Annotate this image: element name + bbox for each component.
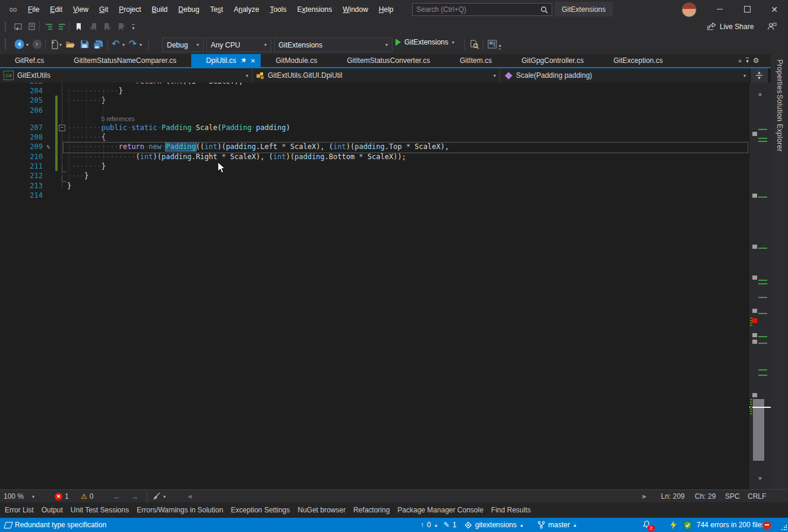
code-line[interactable]: 211········} <box>0 162 749 171</box>
menu-analyze[interactable]: Analyze <box>229 0 265 18</box>
tab-gitref-cs[interactable]: GitRef.cs <box>0 54 59 67</box>
navigate-forward-error-icon[interactable]: → <box>131 490 138 503</box>
menu-debug[interactable]: Debug <box>173 0 204 18</box>
code-text[interactable] <box>67 191 749 200</box>
navigate-forward-icon[interactable] <box>32 39 42 49</box>
panel-tab-package-manager-console[interactable]: Package Manager Console <box>397 505 483 515</box>
next-bookmark-icon[interactable] <box>102 21 112 31</box>
live-share-icon[interactable] <box>707 22 716 31</box>
panel-tab-exception-settings[interactable]: Exception Settings <box>231 505 290 515</box>
code-line[interactable]: 206 <box>0 106 749 115</box>
menu-help[interactable]: Help <box>374 0 399 18</box>
live-share-label[interactable]: Live Share <box>720 23 754 31</box>
search-input[interactable]: Search (Ctrl+Q) <box>412 3 552 16</box>
find-in-files-icon[interactable] <box>469 39 479 49</box>
code-text[interactable]: ········public·static·Padding·Scale(Padd… <box>67 123 749 132</box>
menu-build[interactable]: Build <box>147 0 173 18</box>
active-files-dropdown-icon[interactable]: ▾ <box>746 58 749 64</box>
status-message[interactable]: Redundant type specification <box>5 518 106 532</box>
maximize-button[interactable] <box>733 0 761 18</box>
column-indicator[interactable]: Ch: 29 <box>695 490 716 503</box>
code-text[interactable]: } <box>67 181 749 191</box>
code-line[interactable]: 205········} <box>0 96 749 105</box>
user-avatar[interactable] <box>682 2 697 17</box>
outgoing-commits-button[interactable]: ↑ 0 ▲ <box>420 518 438 532</box>
code-line[interactable]: 213} <box>0 181 749 191</box>
hscroll-right-icon[interactable]: ▶ <box>643 490 647 503</box>
toggle-bookmark-icon[interactable] <box>74 21 84 31</box>
project-dropdown[interactable]: C# GitExtUtils▾ <box>0 68 252 83</box>
startup-project-combo[interactable]: GitExtensions▾ <box>274 37 393 52</box>
toolbar-overflow-icon[interactable]: ▾ <box>499 43 501 49</box>
code-text[interactable] <box>67 106 749 115</box>
scroll-down-icon[interactable]: ▼ <box>749 476 771 482</box>
menu-test[interactable]: Test <box>205 0 229 18</box>
tab-solution-explorer[interactable]: Solution Explorer <box>771 92 788 154</box>
navigate-back-dropdown-icon[interactable]: ▾ <box>26 42 29 48</box>
code-text[interactable]: ········} <box>67 162 749 171</box>
navigate-members-icon[interactable] <box>13 21 23 31</box>
solution-configuration-combo[interactable]: Debug▾ <box>162 37 204 52</box>
error-summary-button[interactable]: 744 errors in 200 files <box>697 518 765 532</box>
code-line[interactable]: 207−········public·static·Padding·Scale(… <box>0 123 749 132</box>
undo-icon[interactable]: ↶ <box>112 38 119 49</box>
resize-grip[interactable] <box>781 525 787 531</box>
editor-zoom-combo[interactable]: 100 %▾ <box>4 490 34 503</box>
panel-tab-unit-test-sessions[interactable]: Unit Test Sessions <box>71 505 129 515</box>
tab-settings-gear-icon[interactable]: ⚙ <box>753 56 759 65</box>
save-icon[interactable] <box>80 39 90 49</box>
code-text[interactable]: ········{ <box>67 132 749 142</box>
code-cleanup-icon[interactable]: ▾ <box>152 490 166 503</box>
scrollbar-thumb[interactable] <box>753 399 764 461</box>
menu-file[interactable]: File <box>23 0 45 18</box>
new-file-dropdown-icon[interactable]: ▾ <box>59 42 62 48</box>
tab-gitexception-cs[interactable]: GitException.cs <box>599 54 678 67</box>
notifications-button[interactable]: 2 <box>643 518 651 532</box>
type-dropdown[interactable]: GitExtUtils.GitUI.DpiUtil▾ <box>252 68 500 83</box>
panel-tab-error-list[interactable]: Error List <box>5 505 34 515</box>
editor-scrollbar[interactable]: ▲ ▼ <box>749 83 771 489</box>
split-editor-button[interactable] <box>751 68 768 83</box>
code-line[interactable]: 212····} <box>0 171 749 180</box>
codelens-row[interactable]: 5 references <box>0 115 749 123</box>
tab-gitgpgcontroller-cs[interactable]: GitGpgController.cs <box>507 54 599 67</box>
save-all-icon[interactable] <box>93 39 103 49</box>
code-text[interactable]: ············} <box>67 86 749 96</box>
menu-project[interactable]: Project <box>113 0 146 18</box>
window-preview-icon[interactable] <box>487 39 497 49</box>
repository-button[interactable]: gitextensions ▲ <box>464 518 524 532</box>
code-text[interactable]: ····} <box>67 171 749 180</box>
minimize-button[interactable] <box>706 0 733 18</box>
panel-tab-errors-warnings-in-solution[interactable]: Errors/Warnings in Solution <box>137 505 223 515</box>
tab-gititemstatusconverter-cs[interactable]: GitItemStatusConverter.cs <box>332 54 445 67</box>
tab-gitmodule-cs[interactable]: GitModule.cs <box>261 54 332 67</box>
navigate-back-icon[interactable] <box>14 39 24 49</box>
code-line[interactable]: 214 <box>0 191 749 200</box>
toolbar-drag-handle[interactable] <box>5 22 8 31</box>
tab-properties[interactable]: Properties <box>771 57 788 96</box>
close-tab-icon[interactable]: ✕ <box>251 58 255 64</box>
solution-platform-combo[interactable]: Any CPU▾ <box>206 37 271 52</box>
increase-indent-icon[interactable] <box>57 21 67 31</box>
redo-icon[interactable]: ↷ <box>129 38 137 49</box>
hscroll-left-icon[interactable]: ◀ <box>188 490 192 503</box>
error-count-indicator[interactable]: ✕ 1 <box>55 490 69 503</box>
collapse-region-icon[interactable]: − <box>59 125 65 131</box>
panel-tab-nuget-browser[interactable]: NuGet browser <box>298 505 346 515</box>
close-button[interactable]: ✕ <box>761 0 788 18</box>
menu-tools[interactable]: Tools <box>264 0 292 18</box>
menu-window[interactable]: Window <box>337 0 374 18</box>
toolbar-drag-handle[interactable] <box>5 39 8 49</box>
background-tasks-button[interactable] <box>762 518 771 532</box>
redo-dropdown-icon[interactable]: ▾ <box>140 42 142 48</box>
ide-operations-button[interactable] <box>670 518 677 532</box>
search-icon[interactable] <box>540 6 548 14</box>
branch-button[interactable]: master ▲ <box>537 518 577 532</box>
scroll-tabs-icon[interactable]: « <box>738 57 742 64</box>
member-dropdown[interactable]: Scale(Padding padding)▾ <box>500 68 749 83</box>
menu-git[interactable]: Git <box>94 0 113 18</box>
panel-tab-output[interactable]: Output <box>42 505 63 515</box>
panel-tab-find-results[interactable]: Find Results <box>491 505 531 515</box>
line-ending-indicator[interactable]: CRLF <box>748 490 766 503</box>
tab-gititemstatusnamecomparer-cs[interactable]: GitItemStatusNameComparer.cs <box>59 54 191 67</box>
